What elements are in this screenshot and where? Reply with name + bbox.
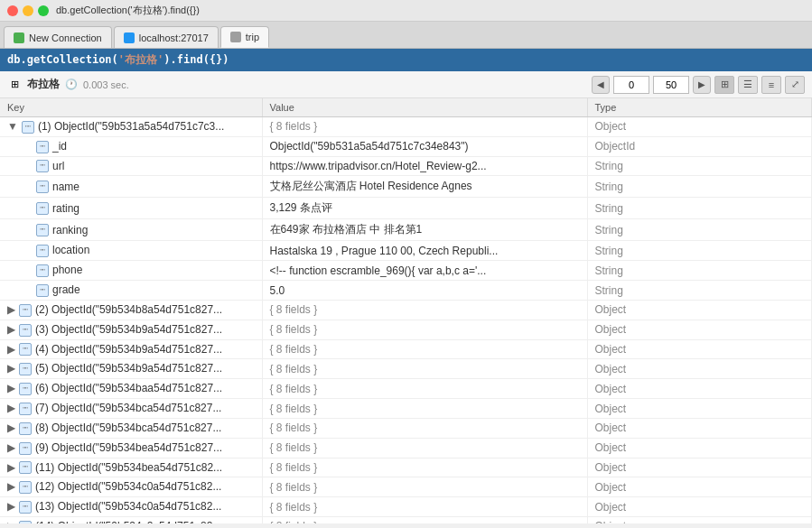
value-cell: { 8 fields } bbox=[262, 438, 587, 458]
value-cell: https://www.tripadvisor.cn/Hotel_Review-… bbox=[262, 156, 587, 176]
type-cell: Object bbox=[587, 458, 812, 477]
text-view-button[interactable]: ≡ bbox=[761, 76, 781, 94]
tab-icon-new-connection bbox=[14, 32, 24, 43]
table-row[interactable]: ▶""(2) ObjectId("59b534b8a54d751c827...{… bbox=[0, 300, 812, 320]
minimize-button[interactable] bbox=[23, 5, 33, 16]
data-table: Key Value Type ▼""(1) ObjectId("59b531a5… bbox=[0, 98, 812, 523]
table-header: Key Value Type bbox=[0, 98, 812, 117]
table-row[interactable]: ▶""(6) ObjectId("59b534baa54d751c827...{… bbox=[0, 379, 812, 399]
table-container[interactable]: Key Value Type ▼""(1) ObjectId("59b531a5… bbox=[0, 98, 812, 523]
value-cell: 艾格尼丝公寓酒店 Hotel Residence Agnes bbox=[262, 176, 587, 198]
expand-arrow[interactable]: ▼ bbox=[7, 120, 18, 133]
type-cell: Object bbox=[587, 379, 812, 399]
row-icon: "" bbox=[19, 422, 32, 435]
type-cell: String bbox=[587, 281, 812, 301]
key-text: (5) ObjectId("59b534b9a54d751c827... bbox=[35, 362, 222, 375]
key-text: (13) ObjectId("59b534c0a54d751c82... bbox=[35, 500, 221, 513]
key-text: grade bbox=[52, 283, 80, 296]
expand-arrow[interactable]: ▶ bbox=[7, 441, 15, 454]
maximize-button[interactable] bbox=[38, 5, 49, 16]
type-header: Type bbox=[587, 98, 812, 117]
row-icon: "" bbox=[36, 245, 49, 257]
tab-trip[interactable]: trip bbox=[220, 26, 269, 48]
type-cell: String bbox=[587, 176, 812, 198]
expand-arrow[interactable]: ▶ bbox=[7, 421, 15, 434]
value-cell: { 8 fields } bbox=[262, 320, 587, 339]
table-row[interactable]: ""name艾格尼丝公寓酒店 Hotel Residence AgnesStri… bbox=[0, 176, 812, 198]
row-icon: "" bbox=[36, 141, 49, 153]
value-cell: { 8 fields } bbox=[262, 497, 587, 517]
tab-localhost[interactable]: localhost:27017 bbox=[114, 26, 219, 48]
table-row[interactable]: ▶""(5) ObjectId("59b534b9a54d751c827...{… bbox=[0, 359, 812, 379]
page-number-input[interactable] bbox=[613, 76, 649, 94]
value-cell: { 8 fields } bbox=[262, 458, 587, 477]
row-icon: "" bbox=[22, 121, 34, 134]
next-page-button[interactable]: ▶ bbox=[693, 76, 711, 94]
table-row[interactable]: ""_idObjectId("59b531a5a54d751c7c34e843"… bbox=[0, 136, 812, 156]
table-row[interactable]: ""ranking在649家 布拉格酒店 中 排名第1String bbox=[0, 219, 812, 241]
value-cell: { 8 fields } bbox=[262, 359, 587, 379]
table-row[interactable]: ▶""(9) ObjectId("59b534bea54d751c827...{… bbox=[0, 438, 812, 458]
collection-icon: ⊞ bbox=[7, 78, 22, 92]
tab-label-trip: trip bbox=[246, 32, 259, 42]
key-header: Key bbox=[0, 98, 262, 117]
value-cell: Hastalska 19 , Prague 110 00, Czech Repu… bbox=[262, 241, 587, 261]
value-cell: { 8 fields } bbox=[262, 379, 587, 399]
value-cell: { 8 fields } bbox=[262, 300, 587, 320]
tab-bar: New Connection localhost:27017 trip bbox=[0, 22, 812, 49]
tab-icon-localhost bbox=[124, 32, 135, 43]
expand-arrow[interactable]: ▶ bbox=[7, 323, 15, 336]
collection-name: 布拉格 bbox=[27, 77, 60, 92]
expand-arrow[interactable]: ▶ bbox=[7, 382, 15, 394]
type-cell: Object bbox=[587, 477, 812, 497]
type-cell: Object bbox=[587, 497, 812, 517]
type-cell: Object bbox=[587, 117, 812, 137]
expand-arrow[interactable]: ▶ bbox=[7, 520, 15, 523]
expand-arrow[interactable]: ▶ bbox=[7, 303, 15, 316]
table-row[interactable]: ▶""(3) ObjectId("59b534b9a54d751c827...{… bbox=[0, 320, 812, 339]
row-icon: "" bbox=[19, 324, 32, 337]
table-row[interactable]: ""phone<!-- function escramble_969(){ va… bbox=[0, 261, 812, 281]
expand-arrow[interactable]: ▶ bbox=[7, 500, 15, 513]
tab-label-new-connection: New Connection bbox=[29, 32, 102, 43]
key-text: (8) ObjectId("59b534bca54d751c827... bbox=[35, 421, 221, 434]
expand-arrow[interactable]: ▶ bbox=[7, 402, 15, 414]
type-cell: String bbox=[587, 156, 812, 176]
clock-icon: 🕐 bbox=[65, 79, 78, 90]
expand-arrow[interactable]: ▶ bbox=[7, 362, 15, 375]
expand-arrow[interactable]: ▶ bbox=[7, 480, 15, 493]
row-icon: "" bbox=[19, 383, 32, 395]
row-icon: "" bbox=[36, 160, 49, 172]
table-row[interactable]: ▼""(1) ObjectId("59b531a5a54d751c7c3...{… bbox=[0, 117, 812, 137]
table-row[interactable]: ""locationHastalska 19 , Prague 110 00, … bbox=[0, 241, 812, 261]
table-row[interactable]: ▶""(7) ObjectId("59b534bca54d751c827...{… bbox=[0, 399, 812, 419]
value-cell: { 8 fields } bbox=[262, 517, 587, 523]
table-row[interactable]: ▶""(8) ObjectId("59b534bca54d751c827...{… bbox=[0, 418, 812, 438]
type-cell: String bbox=[587, 219, 812, 241]
table-view-button[interactable]: ⊞ bbox=[714, 76, 734, 94]
table-row[interactable]: ""grade5.0String bbox=[0, 281, 812, 301]
row-icon: "" bbox=[36, 202, 49, 215]
table-row[interactable]: ▶""(13) ObjectId("59b534c0a54d751c82...{… bbox=[0, 497, 812, 517]
list-view-button[interactable]: ☰ bbox=[738, 76, 758, 94]
expand-view-button[interactable]: ⤢ bbox=[785, 76, 805, 94]
tab-new-connection[interactable]: New Connection bbox=[4, 26, 112, 48]
table-row[interactable]: ""rating3,129 条点评String bbox=[0, 198, 812, 219]
value-cell: 3,129 条点评 bbox=[262, 198, 587, 219]
table-row[interactable]: ▶""(12) ObjectId("59b534c0a54d751c82...{… bbox=[0, 477, 812, 497]
table-row[interactable]: ▶""(11) ObjectId("59b534bea54d751c82...{… bbox=[0, 458, 812, 477]
row-icon: "" bbox=[19, 442, 32, 455]
table-row[interactable]: ▶""(14) ObjectId("59b534c2a54d751c82...{… bbox=[0, 517, 812, 523]
expand-arrow[interactable]: ▶ bbox=[7, 343, 15, 356]
table-row[interactable]: ▶""(4) ObjectId("59b534b9a54d751c827...{… bbox=[0, 339, 812, 359]
table-row[interactable]: ""urlhttps://www.tripadvisor.cn/Hotel_Re… bbox=[0, 156, 812, 176]
key-text: (11) ObjectId("59b534bea54d751c82... bbox=[35, 461, 222, 474]
row-icon: "" bbox=[19, 343, 32, 356]
close-button[interactable] bbox=[7, 5, 18, 16]
key-text: location bbox=[52, 244, 89, 256]
row-icon: "" bbox=[36, 181, 49, 193]
type-cell: Object bbox=[587, 320, 812, 339]
expand-arrow[interactable]: ▶ bbox=[7, 461, 15, 474]
prev-page-button[interactable]: ◀ bbox=[592, 76, 610, 94]
page-size-input[interactable] bbox=[653, 76, 689, 94]
